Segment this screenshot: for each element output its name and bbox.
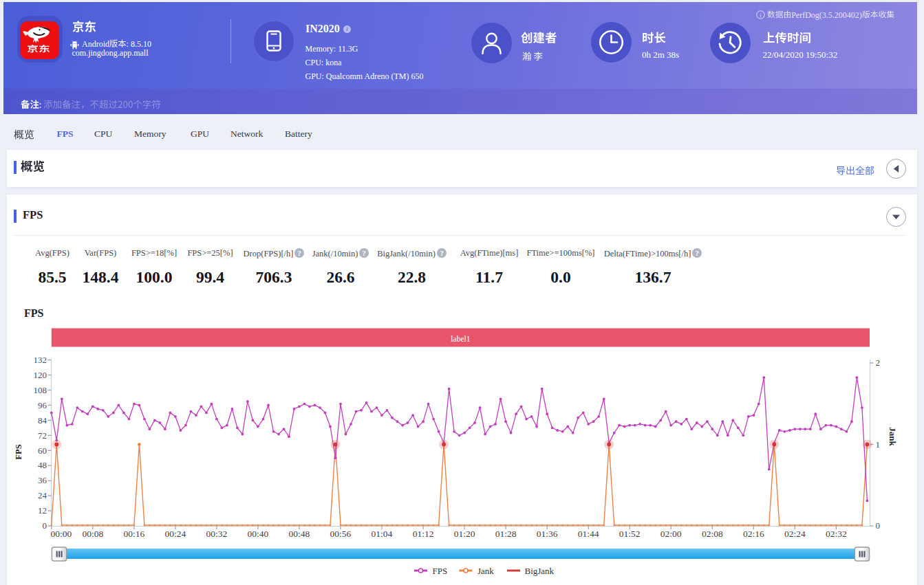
svg-text:2: 2 bbox=[876, 357, 881, 368]
svg-text:FPS: FPS bbox=[433, 566, 448, 576]
svg-text:BigJank: BigJank bbox=[525, 566, 555, 576]
svg-text:108: 108 bbox=[34, 385, 47, 395]
svg-text:0: 0 bbox=[876, 520, 881, 531]
svg-text:01:36: 01:36 bbox=[537, 529, 558, 539]
svg-text:00:56: 00:56 bbox=[330, 529, 352, 539]
svg-text:FPS: FPS bbox=[24, 307, 44, 319]
svg-text:36: 36 bbox=[38, 475, 47, 485]
svg-text:72: 72 bbox=[38, 430, 47, 441]
svg-text:00:32: 00:32 bbox=[206, 529, 228, 539]
svg-text:label1: label1 bbox=[451, 335, 470, 343]
svg-text:FPS: FPS bbox=[14, 444, 23, 459]
svg-text:120: 120 bbox=[34, 370, 47, 380]
svg-text:i: i bbox=[760, 12, 762, 19]
svg-text:02:32: 02:32 bbox=[826, 529, 847, 539]
svg-text:12: 12 bbox=[38, 505, 47, 516]
svg-text:48: 48 bbox=[38, 460, 47, 470]
svg-text:00:24: 00:24 bbox=[165, 529, 186, 539]
svg-text:84: 84 bbox=[38, 415, 47, 426]
svg-text:02:16: 02:16 bbox=[743, 529, 764, 539]
svg-text:Jank: Jank bbox=[477, 566, 494, 576]
svg-text:00:48: 00:48 bbox=[289, 529, 310, 539]
svg-text:02:08: 02:08 bbox=[702, 529, 723, 539]
svg-text:0: 0 bbox=[43, 520, 47, 531]
svg-text:132: 132 bbox=[34, 355, 47, 365]
svg-text:01:52: 01:52 bbox=[619, 529, 641, 539]
svg-text:01:28: 01:28 bbox=[495, 529, 517, 539]
svg-text:24: 24 bbox=[38, 490, 47, 500]
svg-text:01:04: 01:04 bbox=[372, 529, 393, 539]
svg-text:00:40: 00:40 bbox=[248, 529, 269, 539]
svg-text:Jank: Jank bbox=[888, 427, 898, 446]
svg-text:02:00: 02:00 bbox=[660, 529, 682, 539]
svg-text:?: ? bbox=[696, 250, 699, 257]
svg-text:1: 1 bbox=[876, 439, 881, 450]
svg-text:01:20: 01:20 bbox=[454, 529, 475, 539]
svg-text:60: 60 bbox=[38, 445, 47, 456]
svg-text:96: 96 bbox=[38, 400, 47, 410]
svg-text:02:24: 02:24 bbox=[784, 529, 806, 539]
svg-text:01:12: 01:12 bbox=[413, 529, 434, 539]
svg-text:01:44: 01:44 bbox=[578, 529, 599, 539]
svg-text:00:08: 00:08 bbox=[82, 529, 103, 539]
svg-text:00:16: 00:16 bbox=[124, 529, 145, 539]
svg-text:00:00: 00:00 bbox=[51, 529, 72, 539]
